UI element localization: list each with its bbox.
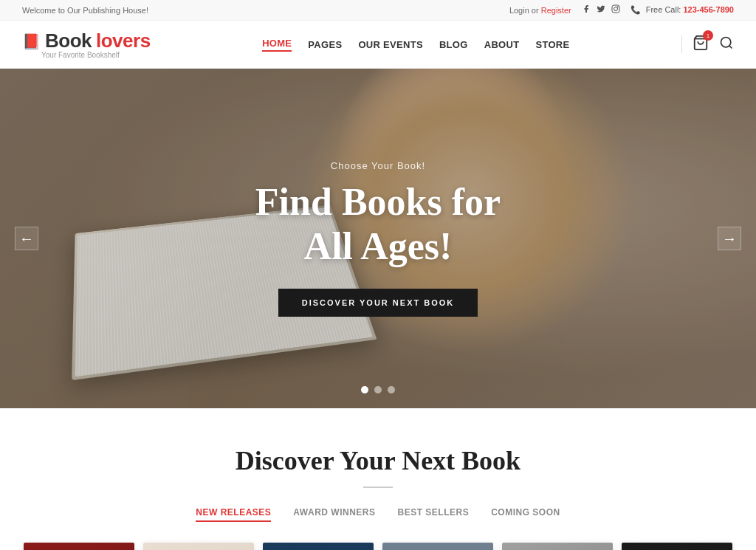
search-icon [719,35,734,50]
logo-book-text: Book [45,30,92,52]
social-links [582,4,620,16]
tab-best-sellers[interactable]: BEST SELLERS [397,507,469,522]
nav-divider [681,35,682,53]
logo-lovers-text: lovers [96,30,151,52]
hero-cta-button[interactable]: DISCOVER YOUR NEXT BOOK [278,289,478,317]
logo-tagline: Your Favorite Bookshelf [41,51,151,59]
svg-point-4 [721,38,731,47]
main-nav: HOME PAGES OUR EVENTS BLOG ABOUT STORE [262,38,569,52]
slider-dots [361,386,395,393]
phone-icon: 📞 [630,5,641,14]
nav-about[interactable]: ABOUT [484,39,520,50]
book-tabs: NEW RELEASES AWARD WINNERS BEST SELLERS … [22,507,734,522]
header: 📕 Booklovers Your Favorite Bookshelf HOM… [0,21,756,69]
nav-store[interactable]: STORE [535,39,569,50]
logo-book-icon: 📕 [22,32,41,50]
nav-events[interactable]: OUR EVENTS [358,39,423,50]
welcome-text: Welcome to Our Publishing House! [22,6,148,15]
hero-slider: Choose Your Book! Find Books for All Age… [0,69,756,408]
svg-rect-0 [612,5,619,13]
facebook-icon[interactable] [582,4,591,16]
book-card-4[interactable]: John Miles The Long Road to the Deep Sil… [382,543,493,550]
book-card-2[interactable]: Taylor Ray Wildflower by a Rose [143,543,254,550]
hero-content: Choose Your Book! Find Books for All Age… [255,160,501,317]
slider-dot-2[interactable] [374,386,382,393]
section-divider [363,487,393,488]
slider-next-button[interactable]: → [718,227,741,250]
tab-new-releases[interactable]: NEW RELEASES [196,507,271,522]
slider-prev-button[interactable]: ← [15,227,38,250]
register-link[interactable]: Register [541,6,571,15]
nav-home[interactable]: HOME [262,38,292,52]
book-card-1[interactable]: CANDY CARSON A Doctor [24,543,134,550]
section-title: Discover Your Next Book [22,445,734,476]
auth-links[interactable]: Login or Register [509,6,571,15]
nav-pages[interactable]: PAGES [308,39,342,50]
instagram-icon[interactable] [611,4,620,16]
books-row: CANDY CARSON A Doctor Taylor Ray Wildflo… [22,543,734,550]
svg-line-5 [729,46,732,49]
book-5-art [502,543,613,550]
search-button[interactable] [719,35,734,53]
discover-section: Discover Your Next Book NEW RELEASES AWA… [0,408,756,550]
hero-title: Find Books for All Ages! [255,180,501,269]
nav-blog[interactable]: BLOG [439,39,468,50]
header-icons: 1 [681,35,734,54]
top-bar: Welcome to Our Publishing House! Login o… [0,0,756,21]
book-card-3[interactable]: ALLAN GREEN ALLAN GREEN New Galaxy ★★★★★ [263,543,374,550]
phone-info: 📞 Free Call: 123-456-7890 [630,5,734,15]
tab-coming-soon[interactable]: COMING SOON [491,507,560,522]
logo[interactable]: 📕 Booklovers Your Favorite Bookshelf [22,30,151,59]
slider-dot-1[interactable] [361,386,368,393]
cart-button[interactable]: 1 [693,35,709,54]
twitter-icon[interactable] [597,4,605,16]
hero-subtitle: Choose Your Book! [255,160,501,171]
cart-badge: 1 [703,30,713,41]
slider-dot-3[interactable] [388,386,395,393]
tab-award-winners[interactable]: AWARD WINNERS [293,507,375,522]
book-card-5[interactable]: BESTSELLER [502,543,613,550]
login-link[interactable]: Login [509,6,529,15]
svg-point-2 [617,7,618,7]
svg-point-1 [614,7,617,11]
book-card-6[interactable]: BURTGELLER IT'S A REALLY STRANGE STORY T… [622,543,732,550]
